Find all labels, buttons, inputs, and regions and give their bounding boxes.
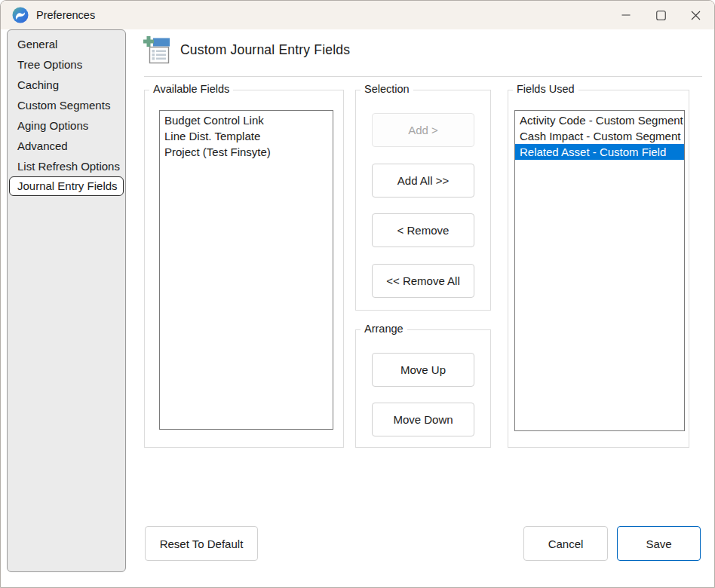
sidebar-nav: GeneralTree OptionsCachingCustom Segment…: [7, 29, 126, 572]
arrange-label: Arrange: [361, 323, 407, 335]
arrange-group: Arrange Move UpMove Down: [355, 329, 491, 448]
titlebar: Preferences: [1, 1, 714, 29]
reset-to-default-button[interactable]: Reset To Default: [145, 526, 258, 561]
sidebar-item-advanced[interactable]: Advanced: [8, 136, 125, 156]
fields-used-group: Fields Used Activity Code - Custom Segme…: [508, 90, 689, 448]
sidebar-item-custom-segments[interactable]: Custom Segments: [8, 95, 125, 115]
selection-group: Selection Add >Add All >>< Remove<< Remo…: [355, 90, 491, 311]
list-item-line-dist-template[interactable]: Line Dist. Template: [160, 128, 333, 144]
available-fields-group: Available Fields Budget Control LinkLine…: [144, 90, 344, 448]
available-fields-label: Available Fields: [149, 83, 233, 95]
maximize-button[interactable]: [643, 1, 678, 29]
fields-used-listbox[interactable]: Activity Code - Custom SegmentCash Impac…: [514, 110, 685, 431]
minimize-button[interactable]: [609, 1, 643, 29]
available-fields-listbox[interactable]: Budget Control LinkLine Dist. TemplatePr…: [159, 110, 333, 430]
remove-all-button[interactable]: << Remove All: [372, 264, 474, 298]
sidebar-item-caching[interactable]: Caching: [8, 75, 125, 95]
journal-entry-fields-icon: [143, 36, 171, 64]
list-item-project-test-finsyte[interactable]: Project (Test Finsyte): [160, 144, 333, 160]
window-controls: [609, 1, 713, 29]
add-all-button[interactable]: Add All >>: [372, 164, 474, 198]
page-header: Custom Journal Entry Fields: [143, 34, 350, 66]
list-item-related-asset-custom-field[interactable]: Related Asset - Custom Field: [515, 144, 684, 160]
selection-label: Selection: [361, 83, 413, 95]
sidebar-item-aging-options[interactable]: Aging Options: [8, 115, 125, 136]
move-down-button[interactable]: Move Down: [372, 403, 474, 436]
cancel-button[interactable]: Cancel: [523, 526, 608, 561]
preferences-window: Preferences GeneralTree OptionsCachingCu…: [0, 0, 715, 588]
save-button[interactable]: Save: [617, 526, 701, 561]
sidebar-item-journal-entry-fields[interactable]: Journal Entry Fields: [9, 176, 124, 196]
list-item-cash-impact-custom-segment[interactable]: Cash Impact - Custom Segment: [515, 128, 684, 144]
sidebar-item-general[interactable]: General: [8, 34, 125, 54]
list-item-budget-control-link[interactable]: Budget Control Link: [160, 112, 333, 128]
list-item-activity-code-custom-segment[interactable]: Activity Code - Custom Segment: [515, 112, 684, 128]
page-title: Custom Journal Entry Fields: [180, 42, 350, 58]
remove-button[interactable]: < Remove: [372, 213, 474, 247]
sidebar-item-tree-options[interactable]: Tree Options: [8, 54, 125, 75]
move-up-button[interactable]: Move Up: [372, 353, 474, 387]
close-button[interactable]: [678, 1, 713, 29]
window-title: Preferences: [36, 9, 95, 21]
fields-used-label: Fields Used: [513, 83, 578, 95]
app-logo-icon: [12, 7, 29, 23]
header-divider: [144, 76, 702, 77]
add-button[interactable]: Add >: [372, 113, 474, 147]
sidebar-item-list-refresh-options[interactable]: List Refresh Options: [8, 156, 125, 176]
